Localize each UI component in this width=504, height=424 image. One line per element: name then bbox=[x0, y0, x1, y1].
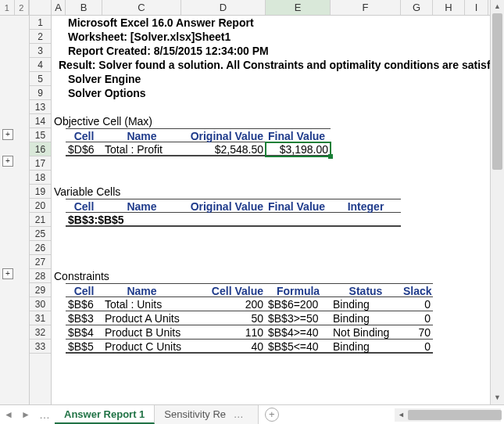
cell-A33[interactable] bbox=[52, 340, 66, 354]
c1-status[interactable]: Binding bbox=[331, 311, 401, 325]
col-E[interactable]: E bbox=[266, 0, 331, 15]
c3-cell[interactable]: $B$5 bbox=[66, 340, 102, 354]
cell-A28[interactable]: Constraints bbox=[52, 269, 112, 283]
horizontal-scrollbar[interactable]: ◄ ► bbox=[395, 408, 501, 422]
cell-B3[interactable]: Report Created: 8/15/2015 12:34:00 PM bbox=[66, 44, 271, 58]
scroll-up-icon[interactable]: ▲ bbox=[491, 0, 504, 13]
ch-val[interactable]: Cell Value bbox=[181, 283, 266, 297]
row-header-19[interactable]: 19 bbox=[30, 185, 51, 199]
outline-expand-3[interactable]: + bbox=[2, 268, 13, 279]
row-header-18[interactable]: 18 bbox=[30, 171, 51, 185]
ch-cell[interactable]: Cell bbox=[66, 283, 102, 297]
hdr-orig[interactable]: Original Value bbox=[181, 128, 266, 142]
cell-B9[interactable]: Solver Options bbox=[66, 86, 148, 100]
cell-B21[interactable]: $B$3:$B$5 bbox=[66, 213, 102, 227]
hdr-name[interactable]: Name bbox=[102, 128, 181, 142]
row-header-2[interactable]: 2 bbox=[30, 30, 51, 44]
col-B[interactable]: B bbox=[66, 0, 102, 15]
cell-D16[interactable]: $2,548.50 bbox=[181, 142, 266, 156]
cell-A20[interactable] bbox=[52, 199, 66, 213]
row-header-26[interactable]: 26 bbox=[30, 241, 51, 255]
scroll-down-icon[interactable]: ▼ bbox=[491, 391, 504, 404]
row-header-1[interactable]: 1 bbox=[30, 16, 51, 30]
c2-slack[interactable]: 70 bbox=[401, 325, 433, 340]
tab-nav-prev-icon[interactable]: ◄ bbox=[0, 409, 17, 420]
cell-B4[interactable]: Result: Solver found a solution. All Con… bbox=[56, 58, 490, 72]
cell-C21[interactable] bbox=[102, 213, 181, 227]
c1-val[interactable]: 50 bbox=[181, 311, 266, 325]
cell-A32[interactable] bbox=[52, 325, 66, 340]
spreadsheet-grid[interactable]: Microsoft Excel 16.0 Answer Report Works… bbox=[52, 16, 490, 404]
row-header-5[interactable]: 5 bbox=[30, 72, 51, 86]
vh-name[interactable]: Name bbox=[102, 199, 181, 213]
cell-D21[interactable] bbox=[181, 213, 266, 227]
select-all-corner[interactable] bbox=[30, 0, 52, 15]
vh-int[interactable]: Integer bbox=[331, 199, 401, 213]
row-header-30[interactable]: 30 bbox=[30, 297, 51, 311]
add-sheet-button[interactable]: + bbox=[265, 408, 279, 422]
col-G[interactable]: G bbox=[401, 0, 433, 15]
row-header-3[interactable]: 3 bbox=[30, 44, 51, 58]
cell-A3[interactable] bbox=[52, 44, 66, 58]
outline-expand-1[interactable]: + bbox=[2, 129, 13, 140]
c1-formula[interactable]: $B$3>=50 bbox=[266, 311, 331, 325]
cell-E21[interactable] bbox=[266, 213, 331, 227]
cell-A1[interactable] bbox=[52, 16, 66, 30]
cell-A2[interactable] bbox=[52, 30, 66, 44]
row-header-33[interactable]: 33 bbox=[30, 340, 51, 354]
cell-A29[interactable] bbox=[52, 283, 66, 297]
ch-name[interactable]: Name bbox=[102, 283, 181, 297]
col-D[interactable]: D bbox=[181, 0, 266, 15]
tabs-overflow-left[interactable]: … bbox=[34, 408, 55, 421]
row-header-13[interactable]: 13 bbox=[30, 100, 51, 114]
tab-nav-next-icon[interactable]: ► bbox=[17, 409, 34, 420]
vh-cell[interactable]: Cell bbox=[66, 199, 102, 213]
ch-slack[interactable]: Slack bbox=[401, 283, 433, 297]
cell-B5[interactable]: Solver Engine bbox=[66, 72, 143, 86]
c3-formula[interactable]: $B$5<=40 bbox=[266, 340, 331, 354]
c2-status[interactable]: Not Binding bbox=[331, 325, 401, 340]
cell-B2[interactable]: Worksheet: [Solver.xlsx]Sheet1 bbox=[66, 30, 233, 44]
cell-A9[interactable] bbox=[52, 86, 66, 100]
cell-A19[interactable]: Variable Cells bbox=[52, 185, 123, 199]
row-header-9[interactable]: 9 bbox=[30, 86, 51, 100]
c0-name[interactable]: Total : Units bbox=[102, 297, 181, 311]
cell-A16[interactable] bbox=[52, 142, 66, 156]
cell-F21[interactable] bbox=[331, 213, 401, 227]
c1-cell[interactable]: $B$3 bbox=[66, 311, 102, 325]
cell-A21[interactable] bbox=[52, 213, 66, 227]
outline-expand-2[interactable]: + bbox=[2, 156, 13, 167]
row-header-21[interactable]: 21 bbox=[30, 213, 51, 227]
cell-A30[interactable] bbox=[52, 297, 66, 311]
cell-C16[interactable]: Total : Profit bbox=[102, 142, 181, 156]
row-header-20[interactable]: 20 bbox=[30, 199, 51, 213]
row-header-14[interactable]: 14 bbox=[30, 114, 51, 128]
c0-slack[interactable]: 0 bbox=[401, 297, 433, 311]
row-header-16[interactable]: 16 bbox=[30, 142, 51, 156]
c1-name[interactable]: Product A Units bbox=[102, 311, 181, 325]
c3-status[interactable]: Binding bbox=[331, 340, 401, 354]
row-header-32[interactable]: 32 bbox=[30, 325, 51, 340]
cell-A14[interactable]: Objective Cell (Max) bbox=[52, 114, 155, 128]
row-header-25[interactable]: 25 bbox=[30, 227, 51, 241]
cell-A31[interactable] bbox=[52, 311, 66, 325]
c0-cell[interactable]: $B$6 bbox=[66, 297, 102, 311]
row-header-28[interactable]: 28 bbox=[30, 269, 51, 283]
c2-cell[interactable]: $B$4 bbox=[66, 325, 102, 340]
c1-slack[interactable]: 0 bbox=[401, 311, 433, 325]
row-header-31[interactable]: 31 bbox=[30, 311, 51, 325]
hdr-final[interactable]: Final Value bbox=[266, 128, 331, 142]
scroll-left-icon[interactable]: ◄ bbox=[395, 411, 408, 419]
c2-val[interactable]: 110 bbox=[181, 325, 266, 340]
c0-val[interactable]: 200 bbox=[181, 297, 266, 311]
row-header-15[interactable]: 15 bbox=[30, 128, 51, 142]
hscroll-thumb[interactable] bbox=[408, 410, 502, 420]
row-header-4[interactable]: 4 bbox=[30, 58, 51, 72]
ch-status[interactable]: Status bbox=[331, 283, 401, 297]
c0-formula[interactable]: $B$6=200 bbox=[266, 297, 331, 311]
vscroll-thumb[interactable] bbox=[492, 13, 502, 170]
col-F[interactable]: F bbox=[331, 0, 401, 15]
cell-B16[interactable]: $D$6 bbox=[66, 142, 102, 156]
row-header-17[interactable]: 17 bbox=[30, 156, 51, 171]
tab-sensitivity[interactable]: Sensitivity Re … bbox=[155, 405, 258, 424]
